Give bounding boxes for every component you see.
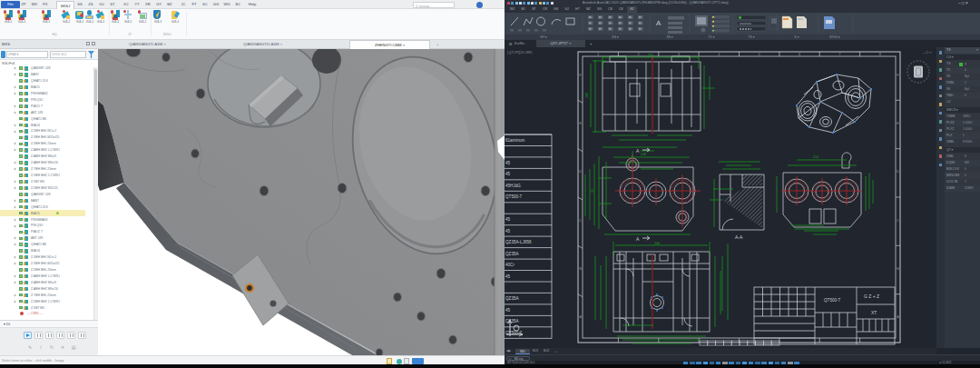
- svg-text:QZ35A: QZ35A: [505, 319, 519, 323]
- svg-text:95: 95: [591, 189, 594, 193]
- svg-text:45: 45: [505, 274, 511, 279]
- svg-text:45: 45: [505, 217, 511, 222]
- svg-text:256: 256: [648, 54, 653, 57]
- svg-text:QZ35A: QZ35A: [505, 252, 519, 256]
- svg-text:180: 180: [585, 93, 589, 98]
- svg-text:1: 1: [597, 52, 600, 56]
- svg-text:A: A: [656, 19, 662, 27]
- svg-text:B: B: [897, 266, 899, 271]
- svg-text:[-][TOP][2D-WF]: [-][TOP][2D-WF]: [507, 51, 532, 55]
- svg-text:8: 8: [879, 52, 882, 56]
- svg-text:D: D: [579, 169, 582, 174]
- svg-text:45: 45: [505, 161, 511, 165]
- svg-text:F: F: [579, 73, 582, 77]
- svg-text:E: E: [579, 121, 582, 125]
- svg-text:QZ35A-LJ656: QZ35A-LJ656: [505, 240, 532, 244]
- svg-text:5: 5: [759, 52, 761, 56]
- svg-text:61aminum: 61aminum: [505, 138, 525, 143]
- svg-text:45: 45: [505, 229, 511, 234]
- svg-text:210: 210: [813, 155, 818, 159]
- svg-text:XT: XT: [871, 310, 877, 315]
- svg-text:A-A: A-A: [735, 234, 743, 240]
- svg-text:3: 3: [678, 52, 681, 56]
- svg-text:4: 4: [718, 52, 720, 56]
- svg-text:QZ35A: QZ35A: [505, 296, 519, 301]
- svg-text:C: C: [897, 218, 899, 223]
- svg-text:F: F: [897, 73, 899, 77]
- svg-text:D: D: [897, 169, 899, 174]
- svg-text:A: A: [579, 314, 582, 319]
- svg-text:B: B: [579, 266, 582, 271]
- svg-text:E: E: [897, 121, 899, 125]
- svg-text:128: 128: [641, 153, 646, 156]
- svg-text:C: C: [579, 218, 582, 223]
- svg-text:A: A: [636, 236, 640, 242]
- svg-text:45: 45: [505, 308, 511, 313]
- svg-text:240: 240: [654, 242, 660, 245]
- svg-text:2: 2: [637, 52, 640, 56]
- svg-text:40Cr: 40Cr: [505, 263, 514, 267]
- svg-text:A: A: [897, 314, 899, 319]
- svg-text:– □ ×: – □ ×: [923, 50, 932, 55]
- svg-text:G Z + Z: G Z + Z: [864, 293, 879, 299]
- svg-text:A: A: [636, 148, 640, 154]
- svg-text:45: 45: [505, 172, 511, 176]
- svg-text:QT500-T: QT500-T: [824, 298, 841, 303]
- svg-text:45HJdG: 45HJdG: [505, 184, 521, 188]
- svg-text:6: 6: [799, 52, 801, 56]
- svg-text:7: 7: [838, 52, 841, 56]
- svg-text:QT500-7: QT500-7: [505, 194, 523, 199]
